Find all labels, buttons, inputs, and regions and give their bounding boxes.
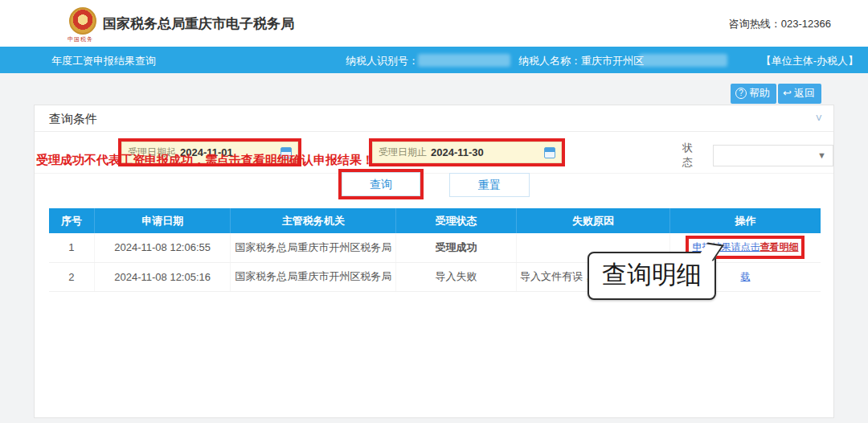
back-button[interactable]: ↩ 返回 bbox=[778, 84, 821, 104]
taxpayer-id-label: 纳税人识别号： bbox=[346, 54, 419, 68]
tax-bureau-logo-icon bbox=[69, 7, 96, 35]
toolbar: ? 帮助 ↩ 返回 bbox=[731, 84, 821, 104]
col-header-date: 申请日期 bbox=[94, 208, 231, 233]
hotline-text: 咨询热线：023-12366 bbox=[729, 17, 831, 31]
download-link[interactable]: 载 bbox=[740, 271, 750, 282]
status-label: 状态 bbox=[682, 141, 703, 170]
page-title: 年度工资申报结果查询 bbox=[51, 54, 156, 68]
help-button-label: 帮助 bbox=[749, 86, 770, 101]
calendar-icon[interactable] bbox=[544, 147, 555, 158]
query-button[interactable]: 查询 bbox=[342, 172, 420, 196]
back-button-label: 返回 bbox=[794, 86, 815, 101]
status-field-group: 状态 ▼ bbox=[682, 141, 833, 170]
taxpayer-name-redacted bbox=[639, 54, 727, 67]
row-authority: 国家税务总局重庆市开州区税务局 bbox=[231, 233, 396, 262]
logo-caption: 中国税务 bbox=[68, 35, 93, 43]
site-title: 国家税务总局重庆市电子税务局 bbox=[103, 14, 294, 33]
row-status: 导入失败 bbox=[396, 262, 517, 291]
col-header-operation: 操作 bbox=[669, 208, 821, 233]
query-panel-header: 查询条件 ˅ bbox=[35, 105, 833, 132]
page: 中国税务 国家税务总局重庆市电子税务局 咨询热线：023-12366 年度工资申… bbox=[0, 0, 868, 423]
date-to-annotation-box: 受理日期止 2024-11-30 bbox=[369, 138, 565, 166]
query-panel-title: 查询条件 bbox=[49, 112, 97, 125]
row-status: 受理成功 bbox=[396, 233, 517, 262]
help-icon: ? bbox=[735, 88, 747, 99]
row-index: 2 bbox=[49, 262, 94, 291]
top-header: 中国税务 国家税务总局重庆市电子税务局 咨询热线：023-12366 bbox=[0, 0, 868, 47]
collapse-chevron-icon[interactable]: ˅ bbox=[816, 105, 822, 132]
date-to-label: 受理日期止 bbox=[379, 146, 427, 159]
row-index: 1 bbox=[49, 233, 94, 262]
taxpayer-id-redacted bbox=[418, 54, 510, 67]
navbar: 年度工资申报结果查询 纳税人识别号： 纳税人名称：重庆市开州区 【单位主体-办税… bbox=[0, 47, 868, 73]
row-date: 2024-11-08 12:05:16 bbox=[94, 262, 231, 291]
callout-text: 查询明细 bbox=[602, 261, 702, 289]
row-authority: 国家税务总局重庆市开州区税务局 bbox=[231, 262, 396, 291]
col-header-authority: 主管税务机关 bbox=[231, 208, 396, 233]
table-header-row: 序号 申请日期 主管税务机关 受理状态 失败原因 操作 bbox=[49, 208, 821, 233]
reset-button[interactable]: 重置 bbox=[449, 173, 530, 197]
help-button[interactable]: ? 帮助 bbox=[731, 84, 776, 104]
col-header-index: 序号 bbox=[49, 208, 94, 233]
taxpayer-name-label: 纳税人名称：重庆市开州区 bbox=[518, 54, 644, 68]
status-dropdown[interactable]: ▼ bbox=[713, 145, 833, 166]
query-detail-callout: 查询明细 bbox=[588, 252, 716, 300]
view-detail-link-emphasis[interactable]: 查看明细 bbox=[760, 241, 798, 253]
query-button-annotation-box: 查询 bbox=[338, 169, 424, 199]
dropdown-caret-icon: ▼ bbox=[817, 150, 826, 160]
back-arrow-icon: ↩ bbox=[783, 88, 792, 99]
date-to-value: 2024-11-30 bbox=[431, 146, 484, 158]
col-header-reason: 失败原因 bbox=[516, 208, 669, 233]
warning-text: 受理成功不代表工资申报成功，需点击查看明细确认申报结果！ bbox=[36, 153, 374, 168]
date-to-field[interactable]: 受理日期止 2024-11-30 bbox=[372, 142, 562, 163]
content-card: 查询条件 ˅ 受理日期起 2024-11-01 受理日期止 2024-11-30… bbox=[34, 105, 834, 418]
action-buttons-row: 查询 重置 bbox=[35, 173, 833, 199]
role-badge: 【单位主体-办税人】 bbox=[761, 54, 858, 68]
col-header-status: 受理状态 bbox=[396, 208, 517, 233]
row-date: 2024-11-08 12:06:55 bbox=[94, 233, 231, 262]
